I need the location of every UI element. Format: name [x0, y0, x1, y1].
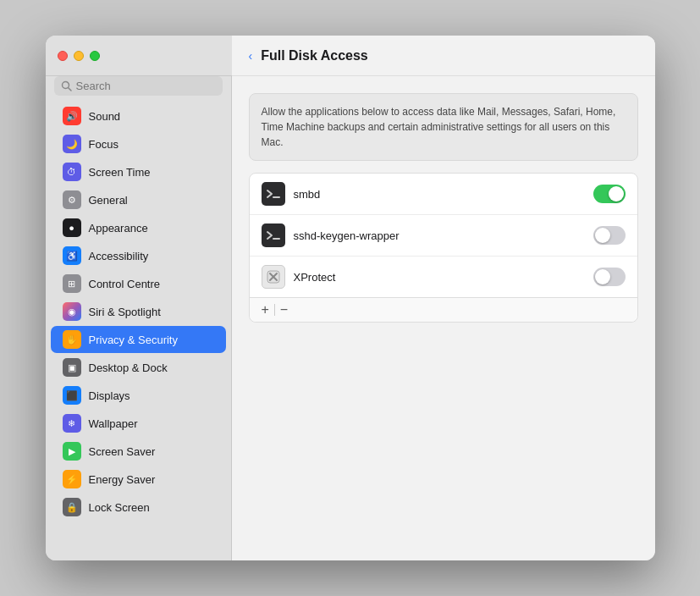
screen-saver-icon: ▶ [63, 442, 81, 461]
main-content: ‹ Full Disk Access Allow the application… [232, 36, 655, 560]
screen-time-icon: ⏱ [63, 163, 81, 181]
sidebar-item-screen-time[interactable]: ⏱Screen Time [51, 158, 226, 185]
maximize-button[interactable] [90, 51, 100, 61]
appearance-icon: ● [63, 218, 81, 237]
sidebar-item-label-energy-saver: Energy Saver [89, 473, 156, 486]
sidebar-items-container: 🔊Sound🌙Focus⏱Screen Time⚙General●Appeara… [46, 102, 231, 522]
sidebar-item-label-screen-time: Screen Time [89, 166, 151, 179]
sidebar-item-control-centre[interactable]: ⊞Control Centre [51, 270, 226, 297]
sidebar-item-label-focus: Focus [89, 138, 119, 151]
back-button[interactable]: ‹ [249, 49, 253, 63]
sidebar-item-focus[interactable]: 🌙Focus [51, 130, 226, 157]
description-text: Allow the applications below to access d… [262, 106, 616, 148]
lock-screen-icon: 🔒 [63, 498, 81, 516]
apps-list: smbd sshd-keygen-wrapper XProtect + − [249, 173, 638, 323]
sidebar-item-screen-saver[interactable]: ▶Screen Saver [51, 438, 226, 465]
general-icon: ⚙ [63, 190, 81, 209]
focus-icon: 🌙 [63, 135, 81, 153]
app-name-1: sshd-keygen-wrapper [294, 229, 585, 242]
app-name-0: smbd [294, 188, 585, 201]
sidebar: 🔊Sound🌙Focus⏱Screen Time⚙General●Appeara… [46, 36, 232, 560]
displays-icon: ⬛ [63, 386, 81, 405]
sidebar-item-siri-spotlight[interactable]: ◉Siri & Spotlight [51, 298, 226, 325]
add-app-button[interactable]: + [258, 301, 273, 318]
sidebar-item-general[interactable]: ⚙General [51, 186, 226, 213]
sidebar-item-energy-saver[interactable]: ⚡Energy Saver [51, 466, 226, 493]
sidebar-item-label-accessibility: Accessibility [89, 250, 149, 262]
app-row-2: XProtect [250, 257, 637, 297]
svg-line-1 [68, 88, 71, 91]
titlebar [46, 36, 232, 76]
app-toggle-2[interactable] [593, 268, 626, 286]
main-window: 🔊Sound🌙Focus⏱Screen Time⚙General●Appeara… [46, 36, 655, 560]
app-name-2: XProtect [294, 271, 585, 284]
sidebar-item-label-sound: Sound [89, 110, 121, 123]
app-icon-1 [262, 224, 285, 247]
separator [274, 304, 275, 316]
sidebar-item-label-wallpaper: Wallpaper [89, 417, 138, 430]
wallpaper-icon: ❄ [63, 414, 81, 433]
minimize-button[interactable] [74, 51, 84, 61]
search-icon [61, 80, 72, 91]
close-button[interactable] [58, 51, 68, 61]
sidebar-item-label-privacy-security: Privacy & Security [89, 334, 178, 346]
remove-app-button[interactable]: − [277, 301, 291, 318]
privacy-security-icon: ✋ [63, 330, 81, 349]
search-input[interactable] [76, 80, 216, 92]
energy-saver-icon: ⚡ [63, 470, 81, 488]
accessibility-icon: ♿ [63, 246, 81, 265]
sidebar-item-label-control-centre: Control Centre [89, 278, 161, 290]
sidebar-item-label-desktop-dock: Desktop & Dock [89, 361, 168, 374]
app-toggle-0[interactable] [593, 185, 626, 203]
terminal-icon [266, 188, 281, 200]
sidebar-item-accessibility[interactable]: ♿Accessibility [51, 242, 226, 269]
desktop-dock-icon: ▣ [63, 358, 81, 377]
sidebar-item-label-screen-saver: Screen Saver [89, 445, 156, 458]
sidebar-item-label-appearance: Appearance [89, 222, 148, 235]
search-box[interactable] [54, 76, 223, 96]
sidebar-item-wallpaper[interactable]: ❄Wallpaper [51, 410, 226, 437]
sidebar-item-appearance[interactable]: ●Appearance [51, 214, 226, 241]
sidebar-item-label-displays: Displays [89, 389, 130, 402]
back-chevron-icon: ‹ [249, 49, 253, 63]
content-area: Allow the applications below to access d… [232, 76, 655, 560]
sidebar-item-privacy-security[interactable]: ✋Privacy & Security [51, 326, 226, 353]
control-centre-icon: ⊞ [63, 274, 81, 293]
sidebar-item-label-general: General [89, 194, 128, 207]
sidebar-item-label-siri-spotlight: Siri & Spotlight [89, 306, 161, 318]
sound-icon: 🔊 [63, 107, 81, 125]
sidebar-item-lock-screen[interactable]: 🔒Lock Screen [51, 494, 226, 521]
app-row-0: smbd [250, 174, 637, 215]
add-remove-bar: + − [250, 297, 637, 322]
app-icon-2 [262, 265, 285, 289]
app-rows-container: smbd sshd-keygen-wrapper XProtect [250, 174, 637, 297]
sidebar-item-displays[interactable]: ⬛Displays [51, 382, 226, 409]
sidebar-item-sound[interactable]: 🔊Sound [51, 102, 226, 130]
page-title: Full Disk Access [261, 48, 368, 63]
sidebar-item-desktop-dock[interactable]: ▣Desktop & Dock [51, 354, 226, 381]
sidebar-item-label-lock-screen: Lock Screen [89, 501, 150, 514]
app-icon-0 [262, 182, 285, 206]
description-box: Allow the applications below to access d… [249, 93, 638, 161]
app-toggle-1[interactable] [593, 226, 626, 245]
xprotect-icon [267, 270, 280, 284]
terminal-icon [266, 229, 281, 241]
siri-spotlight-icon: ◉ [63, 302, 81, 321]
app-row-1: sshd-keygen-wrapper [250, 215, 637, 257]
main-titlebar: ‹ Full Disk Access [232, 36, 655, 76]
